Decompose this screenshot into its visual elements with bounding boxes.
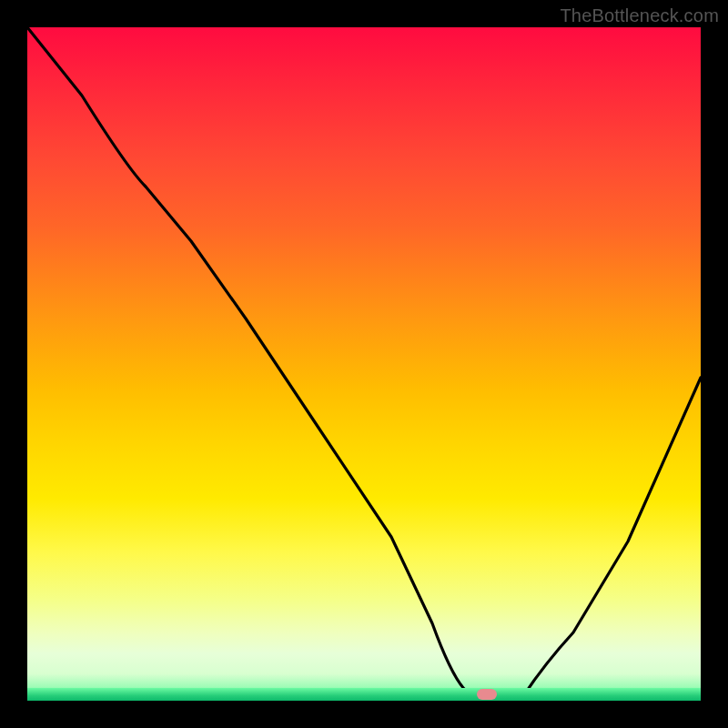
curve-layer	[27, 27, 701, 701]
optimal-marker	[477, 689, 497, 700]
curve-path	[27, 27, 701, 696]
watermark: TheBottleneck.com	[560, 5, 719, 26]
plot-area	[27, 27, 701, 701]
bottleneck-chart: TheBottleneck.com	[0, 0, 728, 728]
